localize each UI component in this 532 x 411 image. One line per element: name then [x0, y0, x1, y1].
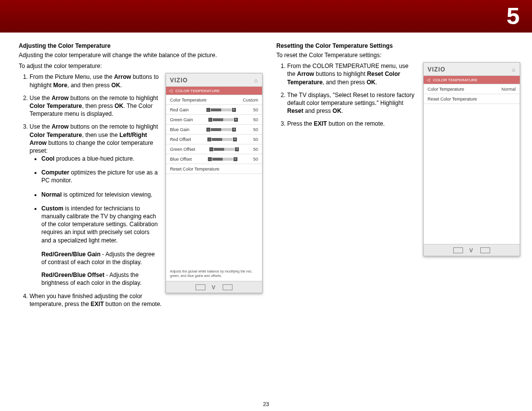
osd-row-label: Red Gain	[170, 107, 189, 112]
osd-body: Color TemperatureCustomRed Gain-+50Green…	[166, 95, 262, 267]
osd-row: Blue Gain-+50	[166, 125, 262, 135]
osd-row-value: 50	[253, 147, 258, 152]
gain-desc: Red/Green/Blue Gain - Adjusts the degree…	[41, 250, 167, 266]
osd-row: Color TemperatureCustom	[166, 95, 262, 105]
osd-row: Reset Color Temperature	[166, 164, 262, 174]
chapter-number: 5	[506, 2, 520, 30]
osd-row-value: 50	[253, 117, 258, 122]
osd-row-value: Custom	[243, 98, 258, 103]
osd-crumb-label: COLOR TEMPERATURE	[175, 89, 220, 93]
home-icon: ⌂	[512, 67, 516, 72]
step-2: Use the Arrow buttons on the remote to h…	[30, 94, 167, 118]
reset-step-3: Press the EXIT button on the remote.	[287, 120, 435, 128]
slider: -+	[208, 118, 238, 122]
lead-reset: To reset the Color Temperature settings:	[276, 51, 520, 59]
osd-row: Red Gain-+50	[166, 105, 262, 115]
reset-step-1: From the COLOR TEMPERATURE menu, use the…	[287, 62, 435, 86]
step-1: From the Picture Menu, use the Arrow but…	[30, 73, 167, 89]
osd-row-label: Green Offset	[170, 147, 195, 152]
slider: -+	[206, 128, 236, 132]
osd-row-value: 50	[253, 157, 258, 162]
intro-text: Adjusting the color temperature will cha…	[19, 51, 263, 59]
osd-figure-1: VIZIO ⌂ ◁ COLOR TEMPERATURE Color Temper…	[166, 73, 263, 293]
osd-row: Green Gain-+50	[166, 115, 262, 125]
osd-row: Green Offset-+50	[166, 144, 262, 154]
osd-footer: V	[424, 244, 520, 256]
osd-crumb-label: COLOR TEMPERATURE	[433, 78, 477, 82]
presets-list: Cool produces a blue-hued picture. Compu…	[34, 155, 167, 244]
preset-computer: Computer optimizes the picture for use a…	[41, 169, 167, 184]
osd-row-label: Reset Color Temperature	[170, 167, 219, 171]
osd-row: Reset Color Temperature	[424, 94, 520, 104]
osd-row-label: Blue Gain	[170, 127, 190, 132]
slider: -+	[207, 137, 237, 141]
osd-row-value: 50	[253, 137, 258, 142]
wide-icon	[196, 284, 205, 290]
back-icon: ◁	[169, 88, 172, 93]
heading-adjust: Adjusting the Color Temperature	[19, 42, 263, 49]
osd-breadcrumb: ◁ COLOR TEMPERATURE	[424, 76, 520, 84]
osd-footer: V	[166, 281, 262, 293]
osd-header: VIZIO ⌂	[424, 63, 520, 76]
osd-row-label: Color Temperature	[428, 87, 464, 92]
preset-custom: Custom is intended for technicians to ma…	[41, 205, 167, 244]
offset-desc: Red/Green/Blue Offset - Adjusts the brig…	[41, 271, 167, 287]
osd-row-label: Blue Offset	[170, 157, 192, 162]
step-4: When you have finished adjusting the col…	[30, 292, 263, 308]
osd-row-label: Red Offset	[170, 137, 191, 142]
osd-row: Color TemperatureNormal	[424, 84, 520, 94]
osd-row-value: Normal	[501, 87, 516, 92]
osd-figure-2: VIZIO ⌂ ◁ COLOR TEMPERATURE Color Temper…	[423, 62, 520, 256]
osd-panel-2: VIZIO ⌂ ◁ COLOR TEMPERATURE Color Temper…	[423, 62, 520, 256]
step-3: Use the Arrow buttons on the remote to h…	[30, 123, 167, 287]
osd-help-text: Adjusts the global white balance by modi…	[166, 268, 262, 281]
page-number: 23	[0, 401, 532, 407]
slider: -+	[206, 108, 236, 112]
gear-icon	[480, 247, 490, 253]
osd-row-value: 50	[253, 107, 258, 112]
osd-brand: VIZIO	[170, 77, 188, 84]
osd-row: Blue Offset-+50	[166, 154, 262, 164]
right-column: Resetting the Color Temperature Settings…	[276, 39, 520, 396]
left-column: Adjusting the Color Temperature Adjustin…	[19, 39, 263, 396]
osd-row: Red Offset-+50	[166, 135, 262, 144]
page: 5 Adjusting the Color Temperature Adjust…	[0, 0, 532, 411]
home-icon: ⌂	[254, 77, 258, 83]
osd-row-label: Color Temperature	[170, 98, 206, 103]
osd-brand: VIZIO	[428, 66, 445, 73]
osd-row-value: 50	[253, 127, 258, 132]
osd-header: VIZIO ⌂	[166, 73, 262, 87]
osd-breadcrumb: ◁ COLOR TEMPERATURE	[166, 87, 262, 95]
back-icon: ◁	[427, 77, 430, 82]
slider: -+	[209, 147, 239, 151]
lead-text: To adjust the color temperature:	[19, 62, 263, 70]
wide-icon	[453, 247, 463, 253]
osd-panel-1: VIZIO ⌂ ◁ COLOR TEMPERATURE Color Temper…	[166, 73, 263, 293]
preset-cool: Cool produces a blue-hued picture.	[41, 155, 167, 163]
slider: -+	[208, 157, 237, 161]
vizio-v-icon: V	[469, 247, 474, 253]
preset-normal: Normal is optimized for television viewi…	[41, 191, 167, 199]
osd-row-label: Green Gain	[170, 117, 193, 122]
header-band: 5	[0, 0, 532, 33]
reset-step-2: The TV displays, "Select Reset to restor…	[287, 91, 435, 115]
osd-row-label: Reset Color Temperature	[428, 97, 477, 102]
content-area: Adjusting the Color Temperature Adjustin…	[19, 39, 520, 396]
heading-reset: Resetting the Color Temperature Settings	[276, 42, 520, 49]
vizio-v-icon: V	[212, 284, 216, 290]
osd-body: Color TemperatureNormalReset Color Tempe…	[424, 84, 520, 244]
gear-icon	[223, 284, 233, 290]
